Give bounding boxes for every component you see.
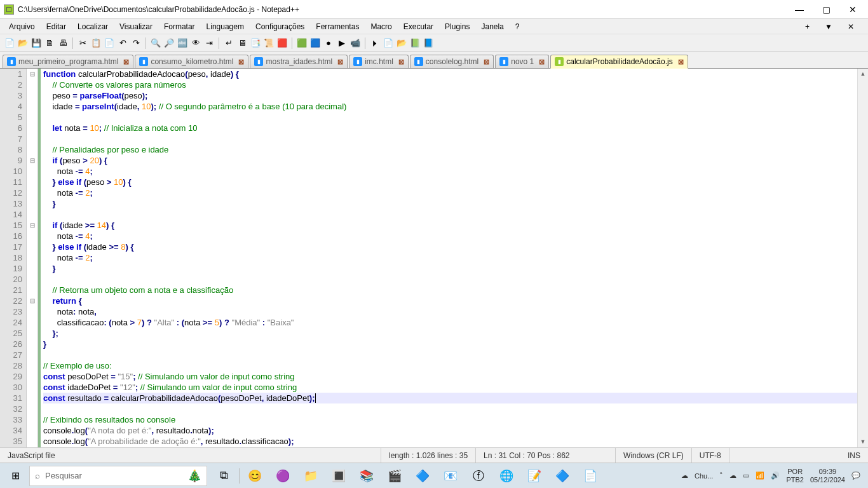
toolbar-button-10[interactable]: 🔍 (150, 37, 161, 49)
minimize-button[interactable]: ― (790, 4, 808, 15)
taskbar-app-5[interactable]: 📚 (354, 466, 379, 486)
code-line-29[interactable]: const pesoDoPet = "15"; // Simulando um … (43, 371, 868, 382)
toolbar-button-22[interactable]: ● (323, 37, 334, 49)
taskbar-explorer-icon[interactable]: 📁 (298, 466, 323, 486)
code-line-32[interactable] (43, 403, 868, 414)
code-line-20[interactable] (43, 274, 868, 285)
task-view-icon[interactable]: ⧉ (211, 466, 236, 486)
menu-editar[interactable]: Editar (41, 21, 71, 32)
code-line-35[interactable]: console.log("A probabilidade de adoção é… (43, 436, 868, 447)
menu-janela[interactable]: Janela (476, 21, 508, 32)
new-tab-plus[interactable]: + (800, 21, 815, 32)
code-line-11[interactable]: } else if (peso > 10) { (43, 177, 868, 187)
code-line-31[interactable]: const resultado = calcularProbabilidadeA… (43, 393, 868, 403)
code-line-22[interactable]: return { (43, 295, 868, 306)
code-line-34[interactable]: console.log("A nota do pet é:", resultad… (43, 425, 868, 436)
toolbar-button-13[interactable]: 👁 (190, 37, 201, 49)
code-line-17[interactable]: } else if (idade >= 8) { (43, 241, 868, 252)
system-tray[interactable]: ☁ Chu... ˄ ☁ ▭ 📶 🔊 PORPTB2 09:3905/12/20… (681, 468, 865, 484)
code-editor[interactable]: 1234567891011121314151617181920212223242… (0, 69, 868, 447)
code-line-15[interactable]: if (idade >= 14) { (43, 220, 868, 231)
tab-imc.html[interactable]: ▮imc.html⊠ (349, 55, 409, 68)
toolbar-button-18[interactable]: 📜 (263, 37, 275, 49)
tray-onedrive-icon[interactable]: ☁ (729, 471, 736, 480)
code-line-7[interactable] (43, 133, 868, 144)
code-line-33[interactable]: // Exibindo os resultados no console (43, 414, 868, 425)
maximize-button[interactable]: ▢ (817, 4, 835, 15)
menu-visualizar[interactable]: Visualizar (114, 21, 158, 32)
toolbar-button-21[interactable]: 🟦 (309, 37, 321, 49)
toolbar-button-4[interactable]: 🖶 (57, 37, 69, 49)
tray-wifi-icon[interactable]: 📶 (756, 471, 764, 480)
menu-close-icon[interactable]: ✕ (843, 21, 859, 32)
taskbar-vscode-icon[interactable]: 🔷 (550, 466, 575, 486)
toolbar-button-14[interactable]: ⇥ (203, 37, 215, 49)
tab-close-icon[interactable]: ⊠ (238, 58, 244, 66)
code-line-26[interactable]: } (43, 339, 868, 349)
code-line-24[interactable]: classificacao: (nota > 7) ? "Alta" : (no… (43, 317, 868, 328)
taskbar-copilot-icon[interactable]: 🟣 (270, 466, 295, 486)
menu-localizar[interactable]: Localizar (72, 21, 113, 32)
scroll-down-icon[interactable]: ▼ (858, 437, 868, 447)
toolbar-button-8[interactable]: ↶ (117, 37, 128, 49)
toolbar-button-26[interactable]: 📄 (383, 37, 394, 49)
code-line-18[interactable]: nota -= 2; (43, 252, 868, 263)
taskbar-chrome-icon[interactable]: 🌐 (494, 466, 519, 486)
taskbar-notepadpp-icon[interactable]: 📝 (522, 466, 547, 486)
tray-volume-icon[interactable]: 🔊 (771, 471, 780, 480)
taskbar-app-14[interactable]: 📄 (578, 466, 603, 486)
toolbar-button-7[interactable]: 📄 (104, 37, 115, 49)
toolbar-button-16[interactable]: 🖥 (236, 37, 248, 49)
code-line-16[interactable]: nota -= 4; (43, 231, 868, 241)
code-line-23[interactable]: nota: nota, (43, 306, 868, 317)
tab-close-icon[interactable]: ⊠ (678, 58, 684, 66)
fold-gutter[interactable]: ⊟⊟⊟⊟ (27, 69, 38, 447)
toolbar-button-29[interactable]: 📘 (423, 37, 434, 49)
toolbar-button-5[interactable]: ✂ (77, 37, 88, 49)
menu-executar[interactable]: Executar (398, 21, 438, 32)
menu-configurações[interactable]: Configurações (250, 21, 309, 32)
taskbar-search[interactable]: ⌕ Pesquisar 🎄 (29, 466, 207, 486)
taskbar-app-4[interactable]: 🔳 (326, 466, 351, 486)
tab-calcularProbabilidadeAdocão.js[interactable]: ▮calcularProbabilidadeAdocão.js⊠ (550, 55, 688, 69)
tab-meu_primeiro_programa.html[interactable]: ▮meu_primeiro_programa.html⊠ (3, 55, 133, 68)
code-line-13[interactable]: } (43, 198, 868, 209)
tab-close-icon[interactable]: ⊠ (539, 58, 545, 66)
toolbar-button-25[interactable]: ⏵ (369, 37, 381, 49)
tray-notifications-icon[interactable]: 💬 (851, 471, 860, 480)
code-line-12[interactable]: nota -= 2; (43, 187, 868, 198)
code-line-3[interactable]: peso = parseFloat(peso); (43, 90, 868, 101)
taskbar-movies-icon[interactable]: 🎬 (382, 466, 407, 486)
tray-clock[interactable]: 09:3905/12/2024 (810, 468, 845, 484)
weather-icon[interactable]: ☁ (681, 471, 688, 480)
code-area[interactable]: function calcularProbabilidadeAdocao(pes… (41, 69, 868, 447)
taskbar-app-1[interactable]: 😊 (242, 466, 268, 486)
toolbar-button-3[interactable]: 🗎 (44, 37, 55, 49)
tab-novo 1[interactable]: ▮novo 1⊠ (495, 55, 549, 68)
toolbar-button-17[interactable]: 📑 (250, 37, 261, 49)
tab-mostra_idades.html[interactable]: ▮mostra_idades.html⊠ (250, 55, 348, 68)
code-line-1[interactable]: function calcularProbabilidadeAdocao(pes… (43, 69, 868, 79)
menu-macro[interactable]: Macro (365, 21, 397, 32)
code-line-28[interactable]: // Exemplo de uso: (43, 360, 868, 371)
toolbar-button-28[interactable]: 📗 (409, 37, 421, 49)
code-line-8[interactable]: // Penalidades por peso e idade (43, 144, 868, 155)
toolbar-button-23[interactable]: ▶ (336, 37, 348, 49)
toolbar-button-0[interactable]: 📄 (4, 37, 15, 49)
toolbar-button-15[interactable]: ↵ (223, 37, 234, 49)
tab-close-icon[interactable]: ⊠ (123, 58, 129, 66)
menu-linguagem[interactable]: Linguagem (201, 21, 249, 32)
code-line-27[interactable] (43, 349, 868, 360)
code-line-10[interactable]: nota -= 4; (43, 166, 868, 177)
start-button[interactable]: ⊞ (3, 466, 28, 486)
tab-consolelog.html[interactable]: ▮consolelog.html⊠ (410, 55, 494, 68)
code-line-19[interactable]: } (43, 263, 868, 274)
tray-chevron-icon[interactable]: ˄ (719, 471, 723, 480)
toolbar-button-20[interactable]: 🟩 (296, 37, 308, 49)
tray-language[interactable]: PORPTB2 (786, 468, 804, 484)
tab-close-icon[interactable]: ⊠ (398, 58, 404, 66)
code-line-6[interactable]: let nota = 10; // Inicializa a nota com … (43, 123, 868, 133)
menu-?[interactable]: ? (510, 21, 525, 32)
code-line-9[interactable]: if (peso > 20) { (43, 155, 868, 166)
menu-dropdown-icon[interactable]: ▼ (820, 21, 837, 32)
